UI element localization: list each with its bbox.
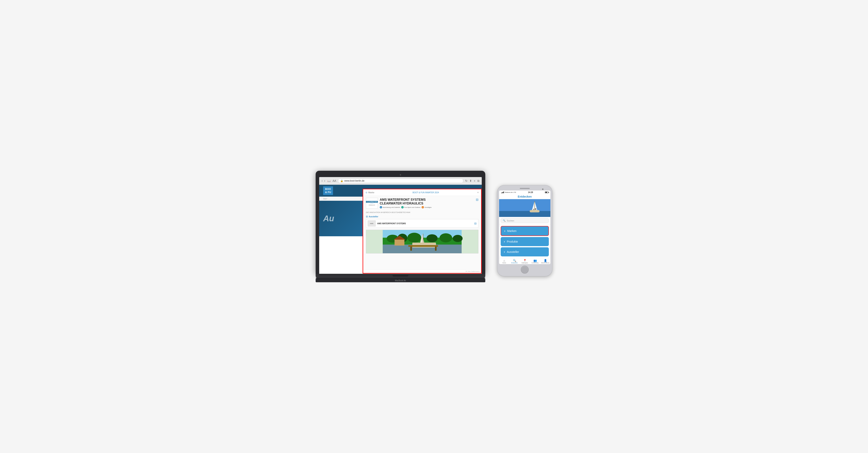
laptop-screen: ‹ › 📖 AA 🔒 www.boot-berlin.de ↻ ⬆ + xyxy=(319,177,482,274)
boat-scene-svg xyxy=(366,230,478,253)
produkte-button[interactable]: › Produkte xyxy=(501,237,549,246)
aussteller-button[interactable]: › Aussteller xyxy=(501,247,549,256)
phone-search-area: 🔍 Suchen xyxy=(499,217,550,224)
tag-icon: ⊙ xyxy=(366,191,367,194)
modal-body: CLEARWATER 〰〰 HYDRAULICS AMS WATERFRONT … xyxy=(363,196,481,272)
status-time: 14:28 xyxy=(528,191,533,193)
forward-icon[interactable]: › xyxy=(324,179,325,183)
svg-point-6 xyxy=(439,233,452,242)
bottom-navigation: ⌂ Home 🔍 Entdecken 📍 Hallenplan 👥 Commun… xyxy=(499,258,550,264)
site-logo: BOO & FU xyxy=(323,186,333,195)
svg-rect-9 xyxy=(412,243,436,247)
network-type: LTE xyxy=(513,191,516,193)
marken-button[interactable]: › Marken xyxy=(501,226,549,236)
home-icon: ⌂ xyxy=(503,259,505,262)
chevron-icon: › xyxy=(504,240,505,243)
search-placeholder: Suchen xyxy=(507,219,514,222)
bookmark-icon[interactable]: ⊟ xyxy=(476,198,478,202)
svg-rect-18 xyxy=(499,211,550,217)
exhibitor-name: AMS WATERFRONT SYSTEMS xyxy=(377,222,473,224)
modal-close-button[interactable]: × xyxy=(477,191,479,194)
signal-bar-4 xyxy=(503,191,504,193)
lock-icon: 🔒 xyxy=(340,179,343,182)
nav-hallenplan[interactable]: 📍 Hallenplan xyxy=(520,259,530,264)
phone-camera xyxy=(542,188,544,190)
svg-point-4 xyxy=(407,233,421,243)
modal-header: ⊙ Marke BOOT & FUN INWATER 2024 × xyxy=(363,189,481,196)
back-icon[interactable]: ‹ xyxy=(321,179,322,183)
product-title: AMS WATERFRONT SYSTEMS CLEARWATER HYDRAU… xyxy=(380,198,474,205)
modal-marke-label: ⊙ Marke xyxy=(366,191,374,194)
battery-fill xyxy=(545,192,547,193)
tag-ausruestung: A Ausrüstung und Zubehör xyxy=(380,206,400,208)
exhibitor-row[interactable]: AMS AMS WATERFRONT SYSTEMS ⊟ xyxy=(366,219,478,228)
produkte-label: Produkte xyxy=(507,240,518,243)
svg-rect-12 xyxy=(408,245,438,247)
search-icon: 🔍 xyxy=(503,219,506,222)
phone-screen-title: Entdecken xyxy=(500,195,550,198)
main-scene: ‹ › 📖 AA 🔒 www.boot-berlin.de ↻ ⬆ + xyxy=(316,171,552,282)
marken-label: Marken xyxy=(507,229,517,233)
laptop-notch xyxy=(393,275,408,276)
signal-bars xyxy=(501,191,504,193)
carrier-name: Telekom.de xyxy=(505,191,513,193)
tabs-icon[interactable]: ⧉ xyxy=(477,179,479,183)
product-title-area: AMS WATERFRONT SYSTEMS CLEARWATER HYDRAU… xyxy=(380,198,474,209)
hero-sailboat-svg xyxy=(499,199,550,217)
phone-screen: Telekom.de LTE 14:28 Entdecken xyxy=(499,190,550,264)
community-icon: 👥 xyxy=(533,259,537,262)
signal-bar-3 xyxy=(503,192,503,193)
website-background: BOO & FU MESSE BERLIN EN 🔍 Start › ... xyxy=(319,185,482,274)
nav-meine-messe[interactable]: 👤 Meine Messe xyxy=(540,259,550,264)
nav-home-label: Home xyxy=(502,262,506,264)
product-header: CLEARWATER 〰〰 HYDRAULICS AMS WATERFRONT … xyxy=(366,198,478,209)
tag-dot-blue: A xyxy=(380,206,382,208)
phone-speaker xyxy=(520,188,530,189)
svg-rect-14 xyxy=(435,247,437,251)
tag-dot-orange: S xyxy=(422,206,424,208)
exhibitor-bookmark-icon[interactable]: ⊟ xyxy=(474,222,476,225)
phone-home-button[interactable] xyxy=(521,266,529,274)
aussteller-icon: ⊡ xyxy=(366,215,368,218)
refresh-icon[interactable]: ↻ xyxy=(465,179,468,183)
browser-toolbar: ‹ › 📖 AA 🔒 www.boot-berlin.de ↻ ⬆ + xyxy=(319,177,482,185)
clearwater-logo: CLEARWATER 〰〰 HYDRAULICS xyxy=(366,198,378,209)
browser-left-icons: 📖 AA xyxy=(327,179,336,182)
product-description: DIE INNOVATION IM BEREICH BOOTSHEBETECHN… xyxy=(366,211,478,213)
reader-icon[interactable]: 📖 xyxy=(327,179,331,182)
share-icon[interactable]: ⬆ xyxy=(469,179,472,183)
chevron-icon: › xyxy=(504,250,505,254)
brand-modal: ⊙ Marke BOOT & FUN INWATER 2024 × CLEARW… xyxy=(363,189,482,274)
browser-actions: ↻ ⬆ + ⧉ xyxy=(465,179,479,183)
product-tags: A Ausrüstung und Zubehör F Fun-Sport und… xyxy=(380,206,474,208)
svg-rect-21 xyxy=(530,210,539,212)
laptop-camera xyxy=(400,174,401,176)
profile-icon: 👤 xyxy=(544,259,547,262)
aussteller-label: Aussteller xyxy=(507,250,519,253)
browser-nav: ‹ › xyxy=(321,179,325,183)
nav-entdecken[interactable]: 🔍 Entdecken xyxy=(509,259,520,264)
status-left: Telekom.de LTE xyxy=(501,191,516,193)
search-box[interactable]: 🔍 Suchen xyxy=(501,218,549,223)
modal-event-label: BOOT & FUN INWATER 2024 xyxy=(412,191,439,193)
nav-meine-messe-label: Meine Messe xyxy=(541,262,549,264)
aussteller-section-label: ⊡ Aussteller xyxy=(366,215,478,218)
battery-icon xyxy=(545,191,549,193)
svg-point-5 xyxy=(427,234,438,242)
product-image xyxy=(366,230,478,253)
tag-fun-sport: F Fun-Sport und Outdoor xyxy=(401,206,421,208)
discover-icon: 🔍 xyxy=(513,259,516,262)
signal-bar-2 xyxy=(502,192,502,193)
svg-rect-13 xyxy=(410,247,412,251)
aa-label[interactable]: AA xyxy=(333,179,336,182)
scroll-hint: ➤ Zum Seitenmenü xyxy=(363,269,481,273)
nav-community[interactable]: 👥 Community xyxy=(530,259,540,264)
nav-home[interactable]: ⌂ Home xyxy=(499,259,509,264)
svg-point-23 xyxy=(533,209,534,210)
laptop-device: ‹ › 📖 AA 🔒 www.boot-berlin.de ↻ ⬆ + xyxy=(316,171,485,282)
browser-url-bar[interactable]: 🔒 www.boot-berlin.de xyxy=(338,179,463,183)
laptop-base xyxy=(316,274,485,278)
phone-hero-image xyxy=(499,199,550,217)
add-tab-icon[interactable]: + xyxy=(474,179,475,183)
svg-point-7 xyxy=(453,235,463,242)
